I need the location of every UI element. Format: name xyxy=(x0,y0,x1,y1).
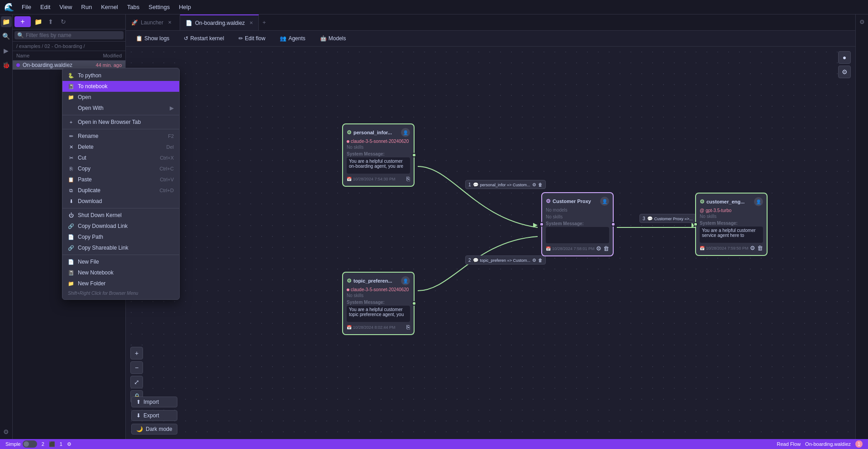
import-button[interactable]: ⬆ Import xyxy=(131,397,177,407)
menu-paste[interactable]: 📋 Paste Ctrl+V xyxy=(62,174,179,185)
menu-sep-2 xyxy=(62,129,179,129)
canvas-dot-icon: ● xyxy=(838,51,851,64)
tab-onboarding[interactable]: 📄 On-boarding.waldiez ✕ xyxy=(180,14,259,30)
right-panel-settings-icon[interactable]: ⚙ xyxy=(857,16,868,27)
models-button[interactable]: 🤖 Models xyxy=(315,33,351,43)
node-proxy-gear-icon[interactable]: ⚙ xyxy=(596,245,601,252)
menu-help[interactable]: Help xyxy=(175,3,195,11)
activity-run-icon[interactable]: ▶ xyxy=(1,45,12,56)
menu-tabs[interactable]: Tabs xyxy=(124,3,143,11)
node-customer-proxy[interactable]: ⚙ Customer Proxy 👤 No models No skills S… xyxy=(541,192,614,256)
menu-copy-path[interactable]: 📄 Copy Path xyxy=(62,232,179,242)
menu-rename[interactable]: ✏ Rename F2 xyxy=(62,131,179,142)
menu-delete[interactable]: ✕ Delete Del xyxy=(62,142,179,152)
models-icon: 🤖 xyxy=(320,35,327,42)
search-input[interactable] xyxy=(26,32,121,38)
menu-new-file[interactable]: 📄 New File xyxy=(62,256,179,267)
show-logs-button[interactable]: 📋 Show logs xyxy=(131,33,174,43)
node-personal-copy-icon[interactable]: ⎘ xyxy=(406,175,410,182)
flow-canvas[interactable]: ⚙ personal_infor... 👤 claude-3-5-sonnet-… xyxy=(126,47,855,439)
menu-copy-shareable-link[interactable]: 🔗 Copy Shareable Link xyxy=(62,242,179,253)
sidebar-toolbar: + 📁 ⬆ ↻ xyxy=(13,14,125,29)
tab-launcher[interactable]: 🚀 Launcher ✕ xyxy=(126,14,180,30)
new-file-label: New File xyxy=(78,259,99,265)
node-topic-sys-text: You are a helpful customer topic prefere… xyxy=(347,306,410,322)
menu-to-notebook[interactable]: 📓 To notebook xyxy=(62,81,179,92)
menu-to-python[interactable]: 🐍 To python xyxy=(62,70,179,81)
settings-icon[interactable]: ⚙ xyxy=(67,441,72,447)
conn-label-2-trash-icon[interactable]: 🗑 xyxy=(538,258,543,263)
node-topic-preferen[interactable]: ⚙ topic_preferen... 👤 claude-3-5-sonnet-… xyxy=(342,272,415,335)
menu-download[interactable]: ⬇ Download xyxy=(62,196,179,207)
export-label: Export xyxy=(143,412,159,419)
activity-files-icon[interactable]: 📁 xyxy=(1,16,12,27)
new-folder-icon: 📁 xyxy=(68,281,74,287)
port-topic-right[interactable] xyxy=(412,301,416,306)
activity-debug-icon[interactable]: 🐞 xyxy=(1,60,12,71)
simple-toggle[interactable]: Simple xyxy=(5,440,37,448)
zoom-in-button[interactable]: + xyxy=(130,347,143,359)
copy-download-link-icon: 🔗 xyxy=(68,223,74,229)
node-eng-gear-icon[interactable]: ⚙ xyxy=(750,245,755,251)
toggle-track[interactable] xyxy=(23,440,37,448)
rename-icon: ✏ xyxy=(68,133,74,139)
onboarding-tab-close[interactable]: ✕ xyxy=(249,20,253,25)
menu-duplicate[interactable]: ⧉ Duplicate Ctrl+D xyxy=(62,185,179,196)
menu-run[interactable]: Run xyxy=(77,3,95,11)
conn-label-3-text: Customer Proxy =>... xyxy=(654,217,693,221)
menu-copy[interactable]: ⎘ Copy Ctrl+C xyxy=(62,163,179,174)
simple-label: Simple xyxy=(5,441,21,447)
activity-extensions-icon[interactable]: ⚙ xyxy=(1,426,12,437)
port-customer-proxy-left[interactable] xyxy=(539,222,544,227)
conn-label-1-trash-icon[interactable]: 🗑 xyxy=(538,182,543,187)
edit-flow-button[interactable]: ✏ Edit flow xyxy=(234,33,270,43)
new-launcher-button[interactable]: + xyxy=(14,16,31,27)
port-customer-proxy-right[interactable] xyxy=(611,222,615,227)
refresh-button[interactable]: ↻ xyxy=(58,16,69,27)
menu-new-folder[interactable]: 📁 New Folder xyxy=(62,278,179,289)
node-topic-copy-icon[interactable]: ⎘ xyxy=(406,324,410,331)
node-eng-trash-icon[interactable]: 🗑 xyxy=(757,245,763,251)
menu-open[interactable]: 📁 Open xyxy=(62,92,179,103)
upload-button[interactable]: ⬆ xyxy=(45,16,56,27)
node-proxy-trash-icon[interactable]: 🗑 xyxy=(603,245,609,252)
export-button[interactable]: ⬇ Export xyxy=(131,410,177,421)
dark-mode-button[interactable]: 🌙 Dark mode xyxy=(131,424,177,435)
export-icon: ⬇ xyxy=(136,412,141,419)
agent-avatar-topic: 👤 xyxy=(401,276,410,285)
agents-icon: 👥 xyxy=(280,35,286,42)
node-personal-infor[interactable]: ⚙ personal_infor... 👤 claude-3-5-sonnet-… xyxy=(342,123,415,187)
to-notebook-icon: 📓 xyxy=(68,84,74,90)
restart-kernel-button[interactable]: ↺ Restart kernel xyxy=(179,33,229,43)
port-customer-eng-left[interactable] xyxy=(693,222,698,227)
menu-view[interactable]: View xyxy=(56,3,76,11)
notification-badge[interactable]: 1 xyxy=(855,440,863,448)
canvas-settings-icon[interactable]: ⚙ xyxy=(838,66,851,78)
menu-new-notebook[interactable]: 📓 New Notebook xyxy=(62,267,179,278)
open-with-label: Open With xyxy=(78,105,104,111)
menu-open-with[interactable]: Open With ▶ xyxy=(62,103,179,113)
menu-open-new-tab[interactable]: + Open in New Browser Tab xyxy=(62,117,179,128)
menu-edit[interactable]: Edit xyxy=(37,3,54,11)
agents-button[interactable]: 👥 Agents xyxy=(275,33,310,43)
menu-cut[interactable]: ✂ Cut Ctrl+X xyxy=(62,152,179,163)
node-eng-header: ⚙ customer_eng... 👤 xyxy=(700,197,763,206)
node-topic-actions: ⎘ xyxy=(406,324,410,331)
new-folder-button[interactable]: 📁 xyxy=(33,16,43,27)
menu-file[interactable]: File xyxy=(18,3,35,11)
launcher-tab-close[interactable]: ✕ xyxy=(168,20,172,25)
node-customer-eng[interactable]: ⚙ customer_eng... 👤 @ gpt-3.5-turbo No s… xyxy=(695,193,768,256)
activity-search-icon[interactable]: 🔍 xyxy=(1,31,12,42)
copy-shortcut: Ctrl+C xyxy=(160,166,174,171)
menu-kernel[interactable]: Kernel xyxy=(97,3,122,11)
menu-settings[interactable]: Settings xyxy=(145,3,173,11)
fit-view-button[interactable]: ⤢ xyxy=(130,376,143,388)
search-icon: 🔍 xyxy=(17,32,24,38)
port-personal-infor-right[interactable] xyxy=(412,153,416,157)
node-eng-title: ⚙ customer_eng... xyxy=(700,199,744,205)
menu-copy-download-link[interactable]: 🔗 Copy Download Link xyxy=(62,221,179,232)
tab-add-button[interactable]: + xyxy=(259,14,270,30)
zoom-out-button[interactable]: − xyxy=(130,361,143,374)
menu-shutdown-kernel[interactable]: ⏻ Shut Down Kernel xyxy=(62,210,179,221)
gear-icon-topic: ⚙ xyxy=(347,278,352,284)
